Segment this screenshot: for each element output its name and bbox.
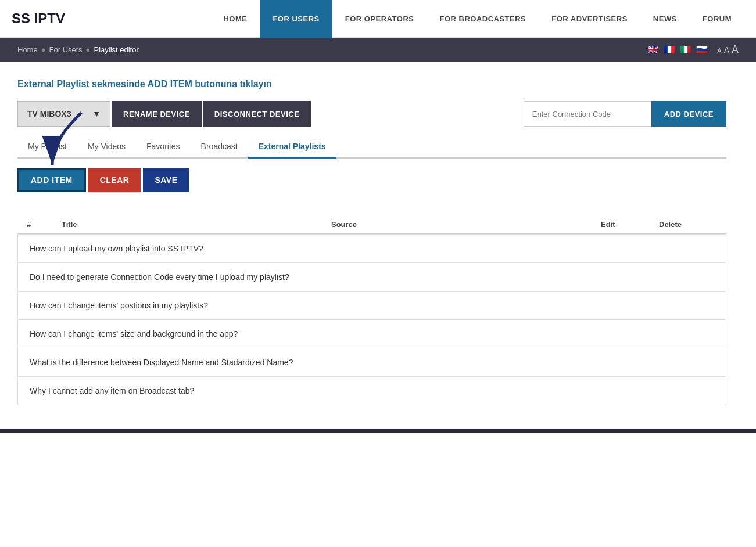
device-bar: TV MIBOX3 ▼ RENAME DEVICE DISCONNECT DEV… <box>17 101 726 127</box>
faq-item-1[interactable]: How can I upload my own playlist into SS… <box>18 235 726 263</box>
nav-for-operators[interactable]: FOR OPERATORS <box>332 0 427 38</box>
action-buttons: ADD ITEM CLEAR SAVE <box>17 168 189 192</box>
tab-my-videos[interactable]: My Videos <box>77 136 136 159</box>
breadcrumb-for-users[interactable]: For Users <box>49 45 83 54</box>
language-tools: 🇬🇧 🇫🇷 🇮🇹 🇷🇺 A A A <box>647 44 739 56</box>
col-delete: Delete <box>659 220 717 229</box>
tab-broadcast[interactable]: Broadcast <box>191 136 248 159</box>
disconnect-device-button[interactable]: DISCONNECT DEVICE <box>203 101 311 127</box>
table-header: # Title Source Edit Delete <box>17 215 726 234</box>
breadcrumb-bar: Home ● For Users ● Playlist editor 🇬🇧 🇫🇷… <box>0 38 756 62</box>
add-item-button[interactable]: ADD ITEM <box>17 168 86 192</box>
rename-device-button[interactable]: RENAME DEVICE <box>112 101 202 127</box>
clear-button[interactable]: CLEAR <box>88 168 141 192</box>
font-size-medium[interactable]: A <box>724 45 729 55</box>
faq-item-5[interactable]: What is the difference between Displayed… <box>18 348 726 377</box>
flag-ru[interactable]: 🇷🇺 <box>696 44 708 55</box>
faq-item-6[interactable]: Why I cannot add any item on Broadcast t… <box>18 377 726 405</box>
nav-forum[interactable]: FORUM <box>690 0 744 38</box>
nav-for-advertisers[interactable]: FOR ADVERTISERS <box>539 0 640 38</box>
col-source: Source <box>331 220 601 229</box>
tab-favorites[interactable]: Favorites <box>136 136 191 159</box>
col-number: # <box>27 220 62 229</box>
device-name: TV MIBOX3 <box>27 109 71 118</box>
add-device-button[interactable]: ADD DEVICE <box>651 101 726 127</box>
instruction-text: External Playlist sekmesinde ADD ITEM bu… <box>17 79 726 89</box>
connection-area: ADD DEVICE <box>524 101 726 127</box>
col-edit: Edit <box>601 220 659 229</box>
col-title: Title <box>62 220 331 229</box>
action-area: ADD ITEM CLEAR SAVE <box>17 168 189 204</box>
nav-for-broadcasters[interactable]: FOR BROADCASTERS <box>427 0 539 38</box>
faq-item-2[interactable]: Do I need to generate Connection Code ev… <box>18 263 726 292</box>
save-button[interactable]: SAVE <box>143 168 189 192</box>
breadcrumb-dot-1: ● <box>41 45 46 54</box>
breadcrumb-dot-2: ● <box>86 45 91 54</box>
nav-news[interactable]: NEWS <box>640 0 690 38</box>
nav-links: HOME FOR USERS FOR OPERATORS FOR BROADCA… <box>210 0 744 38</box>
faq-item-3[interactable]: How can I change items' postions in my p… <box>18 292 726 320</box>
font-size-small[interactable]: A <box>717 47 721 54</box>
flag-fr[interactable]: 🇫🇷 <box>664 44 675 55</box>
breadcrumb-current: Playlist editor <box>94 45 138 54</box>
breadcrumb-home[interactable]: Home <box>17 45 38 54</box>
tab-external-playlists[interactable]: External Playlists <box>248 136 336 159</box>
nav-home[interactable]: HOME <box>210 0 260 38</box>
font-size-controls: A A A <box>717 44 739 56</box>
nav-for-users[interactable]: FOR USERS <box>260 0 332 38</box>
tab-my-playlist[interactable]: My Playlist <box>17 136 77 159</box>
instruction-label: External Playlist sekmesinde ADD ITEM bu… <box>17 79 272 89</box>
chevron-down-icon: ▼ <box>92 109 101 118</box>
connection-code-input[interactable] <box>524 101 651 127</box>
device-selector[interactable]: TV MIBOX3 ▼ <box>17 101 110 127</box>
breadcrumb: Home ● For Users ● Playlist editor <box>17 45 139 54</box>
footer-bar <box>0 429 756 433</box>
instruction-container: External Playlist sekmesinde ADD ITEM bu… <box>17 79 726 405</box>
site-logo: SS IPTV <box>12 10 65 27</box>
main-content: External Playlist sekmesinde ADD ITEM bu… <box>0 62 744 417</box>
font-size-large[interactable]: A <box>732 44 739 56</box>
top-navigation: SS IPTV HOME FOR USERS FOR OPERATORS FOR… <box>0 0 756 38</box>
faq-item-4[interactable]: How can I change items' size and backgro… <box>18 320 726 348</box>
flag-en[interactable]: 🇬🇧 <box>647 44 659 55</box>
flag-it[interactable]: 🇮🇹 <box>680 44 691 55</box>
playlist-tabs: My Playlist My Videos Favorites Broadcas… <box>17 136 726 159</box>
faq-list: How can I upload my own playlist into SS… <box>17 234 726 405</box>
